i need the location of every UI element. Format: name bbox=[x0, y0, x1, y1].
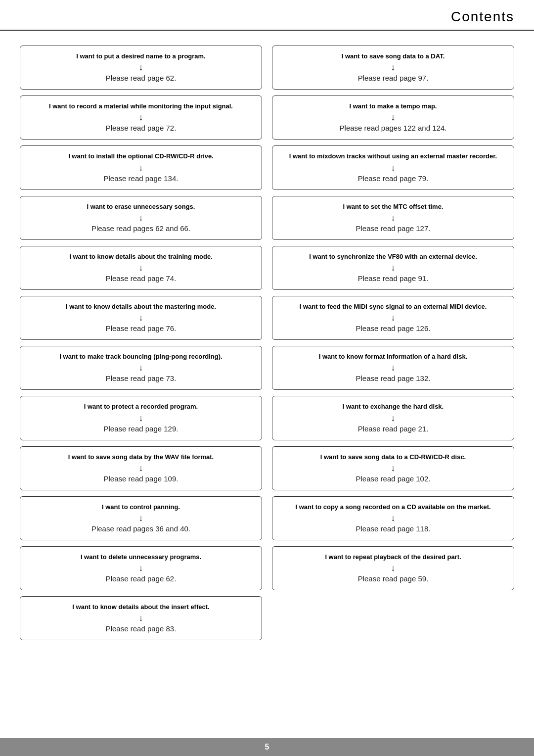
card-body: Please read page 109. bbox=[104, 474, 178, 483]
card-right-10: I want to copy a song recorded on a CD a… bbox=[272, 496, 514, 540]
card-body: Please read page 79. bbox=[358, 174, 429, 183]
arrow-icon: ↓ bbox=[139, 614, 143, 622]
card-left-7: I want to make track bouncing (ping-pong… bbox=[20, 346, 262, 390]
card-body: Please read page 62. bbox=[106, 74, 177, 82]
page-title: Contents bbox=[20, 9, 514, 25]
card-body: Please read page 59. bbox=[358, 574, 429, 583]
card-left-6: I want to know details about the masteri… bbox=[20, 296, 262, 340]
card-title: I want to know details about the trainin… bbox=[69, 252, 213, 261]
card-body: Please read page 118. bbox=[356, 524, 431, 533]
card-left-12: I want to know details about the insert … bbox=[20, 596, 262, 640]
arrow-icon: ↓ bbox=[391, 63, 396, 72]
card-title: I want to save song data by the WAV file… bbox=[68, 453, 214, 462]
card-right-2: I want to make a tempo map.↓Please read … bbox=[272, 95, 514, 140]
card-body: Please read page 74. bbox=[106, 274, 177, 283]
page-footer: 5 bbox=[0, 738, 534, 756]
card-body: Please read page 76. bbox=[106, 324, 177, 332]
arrow-icon: ↓ bbox=[139, 163, 143, 172]
page-number: 5 bbox=[265, 743, 269, 752]
card-body: Please read page 97. bbox=[358, 74, 429, 82]
content-area: I want to put a desired name to a progra… bbox=[0, 46, 534, 640]
arrow-icon: ↓ bbox=[139, 464, 143, 472]
arrow-icon: ↓ bbox=[391, 414, 396, 423]
card-right-11: I want to repeat playback of the desired… bbox=[272, 546, 514, 590]
arrow-icon: ↓ bbox=[139, 63, 143, 72]
card-title: I want to save song data to a CD-RW/CD-R… bbox=[320, 453, 466, 462]
card-title: I want to synchronize the VF80 with an e… bbox=[309, 252, 477, 261]
card-title: I want to set the MTC offset time. bbox=[343, 202, 444, 211]
arrow-icon: ↓ bbox=[391, 313, 396, 322]
card-title: I want to put a desired name to a progra… bbox=[76, 52, 206, 61]
card-body: Please read page 62. bbox=[106, 574, 177, 583]
card-title: I want to control panning. bbox=[102, 503, 180, 512]
card-title: I want to make track bouncing (ping-pong… bbox=[59, 352, 222, 361]
card-body: Please read page 73. bbox=[106, 374, 177, 382]
arrow-icon: ↓ bbox=[139, 263, 143, 272]
card-left-11: I want to delete unnecessary programs.↓P… bbox=[20, 546, 262, 590]
card-body: Please read pages 62 and 66. bbox=[91, 224, 190, 233]
card-left-9: I want to save song data by the WAV file… bbox=[20, 446, 262, 490]
card-body: Please read page 129. bbox=[104, 425, 178, 433]
card-title: I want to delete unnecessary programs. bbox=[81, 553, 201, 562]
arrow-icon: ↓ bbox=[391, 564, 396, 572]
arrow-icon: ↓ bbox=[139, 213, 143, 222]
arrow-icon: ↓ bbox=[139, 313, 143, 322]
left-column: I want to put a desired name to a progra… bbox=[20, 46, 262, 640]
card-title: I want to save song data to a DAT. bbox=[342, 52, 445, 61]
card-left-2: I want to record a material while monito… bbox=[20, 95, 262, 140]
card-title: I want to copy a song recorded on a CD a… bbox=[295, 503, 490, 512]
card-body: Please read page 21. bbox=[358, 425, 429, 433]
arrow-icon: ↓ bbox=[139, 113, 143, 122]
arrow-icon: ↓ bbox=[391, 514, 396, 522]
card-right-6: I want to feed the MIDI sync signal to a… bbox=[272, 296, 514, 340]
card-title: I want to make a tempo map. bbox=[350, 102, 437, 111]
card-right-3: I want to mixdown tracks without using a… bbox=[272, 145, 514, 189]
arrow-icon: ↓ bbox=[391, 113, 396, 122]
card-title: I want to install the optional CD-RW/CD-… bbox=[68, 152, 214, 161]
card-title: I want to mixdown tracks without using a… bbox=[289, 152, 497, 161]
card-body: Please read page 72. bbox=[106, 124, 177, 132]
card-title: I want to know format information of a h… bbox=[319, 352, 467, 361]
card-title: I want to protect a recorded program. bbox=[84, 402, 198, 411]
card-left-5: I want to know details about the trainin… bbox=[20, 246, 262, 290]
arrow-icon: ↓ bbox=[391, 363, 396, 372]
arrow-icon: ↓ bbox=[139, 514, 143, 522]
card-left-8: I want to protect a recorded program.↓Pl… bbox=[20, 396, 262, 440]
card-right-9: I want to save song data to a CD-RW/CD-R… bbox=[272, 446, 514, 490]
card-right-5: I want to synchronize the VF80 with an e… bbox=[272, 246, 514, 290]
card-title: I want to know details about the masteri… bbox=[66, 302, 216, 311]
card-title: I want to know details about the insert … bbox=[72, 603, 209, 612]
card-left-4: I want to erase unnecessary songs.↓Pleas… bbox=[20, 196, 262, 240]
card-title: I want to record a material while monito… bbox=[49, 102, 233, 111]
card-left-10: I want to control panning.↓Please read p… bbox=[20, 496, 262, 540]
page-header: Contents bbox=[0, 0, 534, 31]
card-body: Please read page 127. bbox=[356, 224, 431, 233]
arrow-icon: ↓ bbox=[139, 363, 143, 372]
arrow-icon: ↓ bbox=[391, 263, 396, 272]
card-body: Please read page 102. bbox=[356, 474, 431, 483]
arrow-icon: ↓ bbox=[391, 163, 396, 172]
card-body: Please read page 126. bbox=[356, 324, 431, 332]
card-body: Please read pages 36 and 40. bbox=[91, 524, 190, 533]
card-right-1: I want to save song data to a DAT.↓Pleas… bbox=[272, 46, 514, 90]
arrow-icon: ↓ bbox=[391, 213, 396, 222]
arrow-icon: ↓ bbox=[139, 564, 143, 572]
arrow-icon: ↓ bbox=[139, 414, 143, 423]
card-left-3: I want to install the optional CD-RW/CD-… bbox=[20, 145, 262, 189]
card-right-7: I want to know format information of a h… bbox=[272, 346, 514, 390]
right-column: I want to save song data to a DAT.↓Pleas… bbox=[272, 46, 514, 640]
card-body: Please read page 134. bbox=[104, 174, 178, 183]
card-body: Please read page 91. bbox=[358, 274, 429, 283]
card-left-1: I want to put a desired name to a progra… bbox=[20, 46, 262, 90]
card-body: Please read page 132. bbox=[356, 374, 431, 382]
card-title: I want to erase unnecessary songs. bbox=[87, 202, 195, 211]
card-right-4: I want to set the MTC offset time.↓Pleas… bbox=[272, 196, 514, 240]
card-title: I want to repeat playback of the desired… bbox=[325, 553, 461, 562]
card-title: I want to exchange the hard disk. bbox=[343, 402, 444, 411]
card-body: Please read page 83. bbox=[106, 624, 177, 633]
arrow-icon: ↓ bbox=[391, 464, 396, 472]
card-right-8: I want to exchange the hard disk.↓Please… bbox=[272, 396, 514, 440]
card-title: I want to feed the MIDI sync signal to a… bbox=[300, 302, 487, 311]
card-body: Please read pages 122 and 124. bbox=[340, 124, 447, 132]
